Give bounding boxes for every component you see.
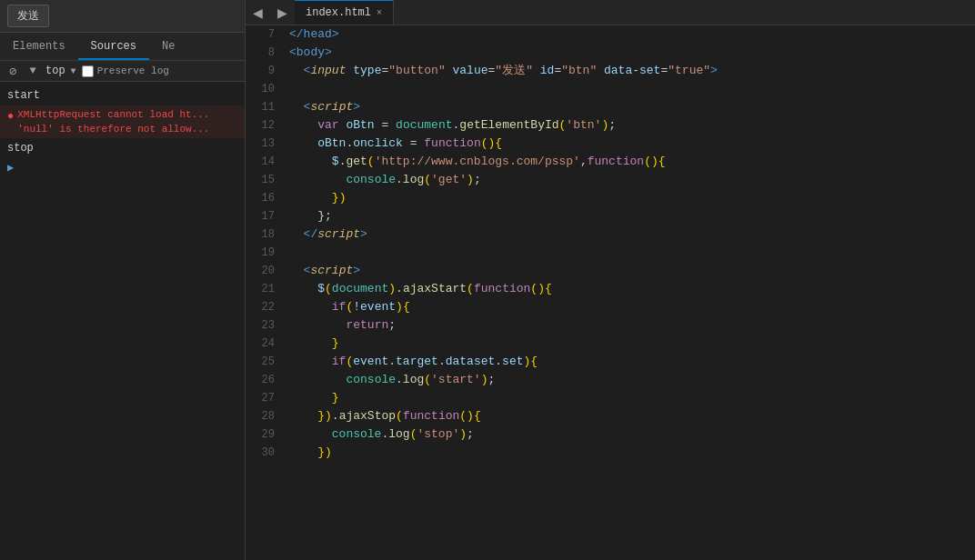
table-row: 18 </script> — [246, 225, 975, 244]
line-number: 29 — [246, 425, 289, 444]
tab-close-button[interactable]: × — [377, 8, 382, 18]
preserve-log-container: Preserve log — [82, 65, 169, 77]
table-row: 29 console.log('stop'); — [246, 425, 975, 444]
line-content: }; — [289, 207, 975, 225]
table-row: 15 console.log('get'); — [246, 171, 975, 189]
line-content: } — [289, 335, 975, 353]
error-icon: ● — [7, 108, 14, 125]
line-number: 13 — [246, 135, 289, 153]
line-content: if(!event){ — [289, 298, 975, 316]
line-content: <script> — [289, 98, 975, 116]
line-content: <body> — [289, 44, 975, 62]
line-content: <input type="button" value="发送" id="btn"… — [289, 62, 975, 80]
table-row: 25 if(event.target.dataset.set){ — [246, 353, 975, 371]
line-content: oBtn.onclick = function(){ — [289, 135, 975, 153]
table-row: 10 — [246, 80, 975, 98]
console-toolbar: ⊘ ▼ top ▼ Preserve log — [0, 61, 245, 82]
line-content: var oBtn = document.getElementById('btn'… — [289, 116, 975, 135]
line-number: 25 — [246, 353, 289, 371]
editor-tab-index-html[interactable]: index.html × — [295, 0, 394, 25]
line-content: console.log('start'); — [289, 371, 975, 389]
line-number: 23 — [246, 316, 289, 335]
line-number: 27 — [246, 389, 289, 407]
line-content: } — [289, 389, 975, 407]
block-icon[interactable]: ⊘ — [5, 64, 20, 78]
line-content: return; — [289, 316, 975, 335]
line-number: 12 — [246, 116, 289, 135]
line-number: 24 — [246, 335, 289, 353]
table-row: 20 <script> — [246, 262, 975, 280]
line-number: 7 — [246, 25, 289, 44]
right-panel: ◀ ▶ index.html × 7</head>8<body>9 <input… — [246, 0, 975, 560]
table-row: 22 if(!event){ — [246, 298, 975, 316]
line-content: $(document).ajaxStart(function(){ — [289, 280, 975, 298]
tab-elements[interactable]: Elements — [0, 35, 78, 60]
line-number: 16 — [246, 189, 289, 207]
line-number: 21 — [246, 280, 289, 298]
console-line-stop: stop — [0, 138, 245, 158]
tab-network[interactable]: Ne — [149, 35, 187, 60]
table-row: 17 }; — [246, 207, 975, 225]
table-row: 7</head> — [246, 25, 975, 44]
console-line-start: start — [0, 85, 245, 105]
browser-toolbar: 发送 — [0, 0, 245, 33]
filter-icon[interactable]: ▼ — [25, 64, 40, 78]
console-output: start ● XMLHttpRequest cannot load ht...… — [0, 82, 245, 560]
nav-right-button[interactable]: ▶ — [270, 2, 295, 24]
table-row: 13 oBtn.onclick = function(){ — [246, 135, 975, 153]
line-number: 17 — [246, 207, 289, 225]
send-button[interactable]: 发送 — [7, 5, 49, 27]
code-area[interactable]: 7</head>8<body>9 <input type="button" va… — [246, 25, 975, 560]
table-row: 8<body> — [246, 44, 975, 62]
preserve-log-label: Preserve log — [97, 65, 169, 76]
nav-left-button[interactable]: ◀ — [246, 2, 270, 24]
preserve-log-checkbox[interactable] — [82, 65, 94, 77]
table-row: 23 return; — [246, 316, 975, 335]
table-row: 11 <script> — [246, 98, 975, 116]
line-number: 15 — [246, 171, 289, 189]
line-number: 8 — [246, 44, 289, 62]
line-content: $.get('http://www.cnblogs.com/pssp',func… — [289, 153, 975, 171]
line-number: 11 — [246, 98, 289, 116]
prompt-caret: ▶ — [7, 160, 14, 176]
line-number: 14 — [246, 153, 289, 171]
error-text: XMLHttpRequest cannot load ht...'null' i… — [17, 107, 209, 136]
line-number: 20 — [246, 262, 289, 280]
console-prompt-line[interactable]: ▶ — [0, 158, 245, 178]
line-content: <script> — [289, 262, 975, 280]
table-row: 24 } — [246, 335, 975, 353]
table-row: 28 }).ajaxStop(function(){ — [246, 407, 975, 425]
left-panel: 发送 Elements Sources Ne ⊘ ▼ top ▼ Preserv… — [0, 0, 246, 560]
line-content: </head> — [289, 25, 975, 44]
console-line-error: ● XMLHttpRequest cannot load ht...'null'… — [0, 105, 245, 138]
line-content: }) — [289, 189, 975, 207]
table-row: 21 $(document).ajaxStart(function(){ — [246, 280, 975, 298]
table-row: 27 } — [246, 389, 975, 407]
editor-tabs: ◀ ▶ index.html × — [246, 0, 975, 25]
devtools-tabs: Elements Sources Ne — [0, 33, 245, 61]
line-content: }) — [289, 444, 975, 462]
tab-filename: index.html — [306, 6, 371, 19]
table-row: 14 $.get('http://www.cnblogs.com/pssp',f… — [246, 153, 975, 171]
line-number: 18 — [246, 225, 289, 244]
stop-text: stop — [7, 140, 34, 156]
line-number: 26 — [246, 371, 289, 389]
table-row: 30 }) — [246, 444, 975, 462]
line-number: 28 — [246, 407, 289, 425]
top-label: top — [45, 65, 65, 77]
line-number: 9 — [246, 62, 289, 80]
table-row: 26 console.log('start'); — [246, 371, 975, 389]
line-content: </script> — [289, 225, 975, 244]
line-content: console.log('stop'); — [289, 425, 975, 444]
line-content: }).ajaxStop(function(){ — [289, 407, 975, 425]
table-row: 9 <input type="button" value="发送" id="bt… — [246, 62, 975, 80]
line-content: console.log('get'); — [289, 171, 975, 189]
line-number: 19 — [246, 244, 289, 262]
line-number: 30 — [246, 444, 289, 462]
table-row: 16 }) — [246, 189, 975, 207]
tab-sources[interactable]: Sources — [78, 35, 149, 60]
table-row: 12 var oBtn = document.getElementById('b… — [246, 116, 975, 135]
line-number: 22 — [246, 298, 289, 316]
dropdown-arrow[interactable]: ▼ — [71, 66, 76, 76]
line-content: if(event.target.dataset.set){ — [289, 353, 975, 371]
